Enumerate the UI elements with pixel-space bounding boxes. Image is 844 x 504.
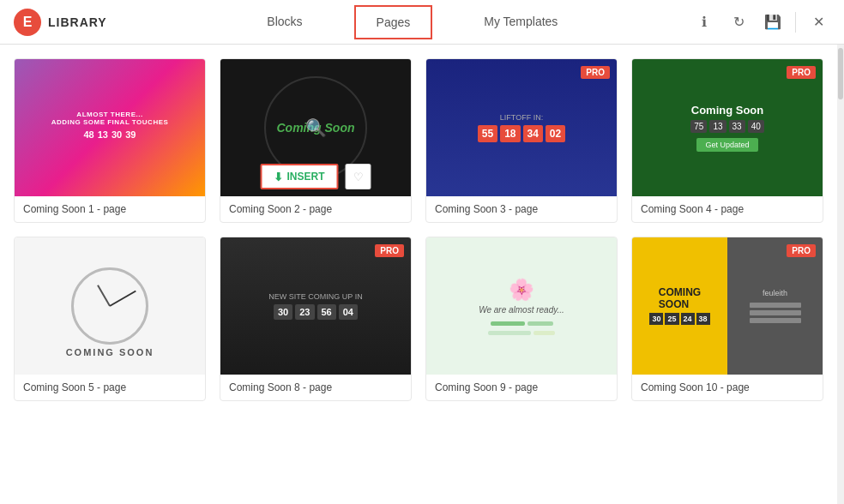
card-image-cs4: PRO Coming Soon 75 13 33 40 Get Updated (632, 59, 823, 196)
zoom-icon: 🔍 (305, 117, 327, 138)
tab-my-templates[interactable]: My Templates (458, 3, 583, 43)
save-button[interactable]: 💾 (761, 10, 785, 34)
content: ALMOST THERE...ADDING SOME FINAL TOUCHES… (0, 45, 844, 504)
heart-icon: ♡ (353, 171, 364, 183)
header-actions: ℹ ↻ 💾 ✕ (692, 10, 830, 34)
card-image-cs9: 🌸 We are almost ready... (426, 237, 617, 375)
card-image-cs1: ALMOST THERE...ADDING SOME FINAL TOUCHES… (15, 59, 205, 196)
grid-area: ALMOST THERE...ADDING SOME FINAL TOUCHES… (0, 45, 837, 504)
info-button[interactable]: ℹ (692, 10, 716, 34)
card-label-cs2: Coming Soon 2 - page (220, 196, 411, 222)
card-label-cs9: Coming Soon 9 - page (426, 375, 617, 400)
info-icon: ℹ (702, 14, 707, 30)
card-label-cs8: Coming Soon 8 - page (220, 375, 411, 400)
card-label-cs3: Coming Soon 3 - page (426, 196, 617, 222)
tab-blocks[interactable]: Blocks (241, 3, 328, 43)
save-icon: 💾 (764, 14, 781, 30)
card-label-cs4: Coming Soon 4 - page (632, 196, 823, 222)
insert-button[interactable]: ⬇ INSERT (260, 164, 338, 189)
card-image-cs8: PRO NEW SITE COMING UP IN 30 23 56 04 (220, 237, 411, 375)
pro-badge-cs8: PRO (375, 244, 404, 257)
nav-tabs: Blocks Pages My Templates (133, 0, 692, 52)
pro-badge-cs3: PRO (581, 66, 610, 79)
logo-icon: E (14, 9, 41, 36)
divider (795, 12, 796, 33)
scrollbar[interactable] (837, 45, 844, 504)
pro-badge-cs10: PRO (787, 244, 816, 257)
card-coming-soon-3[interactable]: PRO LIFTOFF IN: 55 18 34 02 Coming Soon … (425, 58, 618, 223)
card-coming-soon-10[interactable]: PRO COMINGSOON 30 25 24 38 feuleith (631, 237, 823, 401)
card-image-cs2: Coming Soon 🔍 ⬇ INSERT ♡ (220, 59, 411, 196)
template-grid: ALMOST THERE...ADDING SOME FINAL TOUCHES… (14, 58, 823, 401)
refresh-button[interactable]: ↻ (726, 10, 751, 34)
favorite-button[interactable]: ♡ (346, 164, 371, 189)
card-image-cs5: COMING SOON (15, 237, 205, 375)
card-coming-soon-1[interactable]: ALMOST THERE...ADDING SOME FINAL TOUCHES… (14, 58, 206, 223)
library-title: LIBRARY (48, 15, 107, 29)
pro-badge-cs4: PRO (787, 66, 816, 79)
card-overlay-actions: ⬇ INSERT ♡ (260, 164, 371, 189)
card-label-cs5: Coming Soon 5 - page (15, 375, 205, 400)
close-button[interactable]: ✕ (806, 10, 830, 34)
download-icon: ⬇ (274, 171, 283, 183)
card-coming-soon-5[interactable]: COMING SOON Coming Soon 5 - page (14, 237, 206, 401)
card-image-cs10: PRO COMINGSOON 30 25 24 38 feuleith (632, 237, 823, 375)
card-coming-soon-8[interactable]: PRO NEW SITE COMING UP IN 30 23 56 04 Co… (220, 237, 412, 401)
card-image-cs3: PRO LIFTOFF IN: 55 18 34 02 (426, 59, 617, 196)
card-coming-soon-2[interactable]: Coming Soon 🔍 ⬇ INSERT ♡ Coming Soon 2 -… (220, 58, 412, 223)
scrollbar-thumb[interactable] (838, 48, 843, 99)
header: E LIBRARY Blocks Pages My Templates ℹ ↻ … (0, 0, 844, 45)
card-label-cs1: Coming Soon 1 - page (15, 196, 205, 222)
close-icon: ✕ (813, 14, 824, 30)
tab-pages[interactable]: Pages (329, 0, 459, 53)
card-label-cs10: Coming Soon 10 - page (632, 375, 823, 400)
refresh-icon: ↻ (733, 14, 745, 30)
card-coming-soon-9[interactable]: 🌸 We are almost ready... Coming Soon 9 -… (425, 237, 618, 401)
card-coming-soon-4[interactable]: PRO Coming Soon 75 13 33 40 Get Updated … (631, 58, 823, 223)
logo-area: E LIBRARY (14, 9, 107, 36)
